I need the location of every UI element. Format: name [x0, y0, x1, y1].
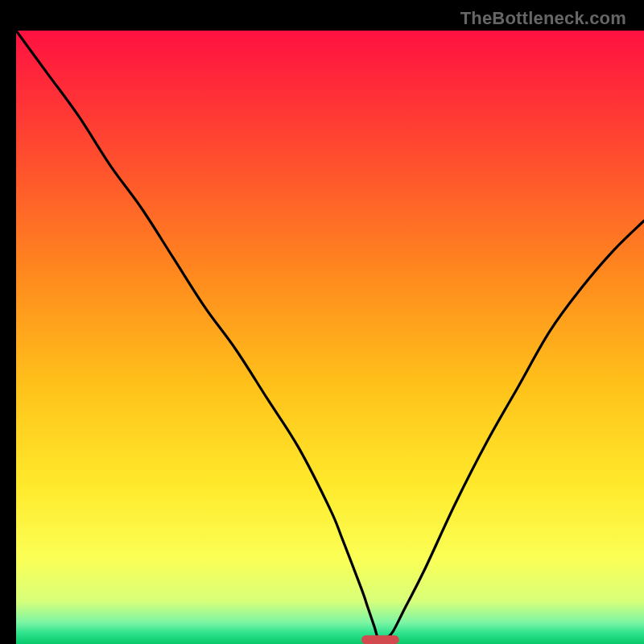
chart-area [16, 31, 644, 644]
watermark-text: TheBottleneck.com [460, 8, 626, 29]
bottleneck-chart [16, 31, 644, 644]
gradient-background [16, 31, 644, 644]
chart-frame: TheBottleneck.com [8, 8, 636, 636]
optimum-marker [361, 635, 399, 644]
